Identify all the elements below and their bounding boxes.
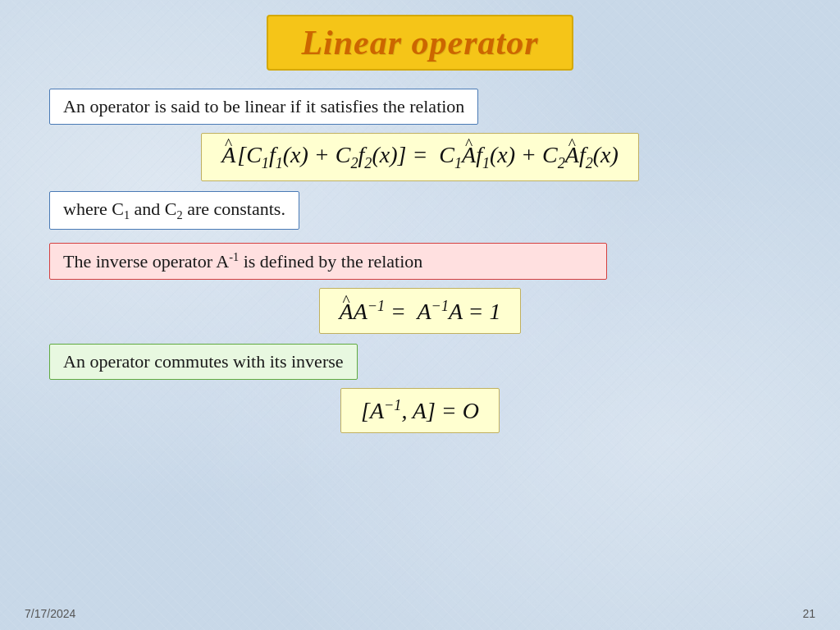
title-box: Linear operator (267, 15, 573, 71)
inverse-definition-box: The inverse operator A-1 is defined by t… (49, 243, 607, 280)
linearity-formula: A[C1f1(x) + C2f2(x)] = C1Af1(x) + C2Af2(… (221, 142, 619, 167)
commutes-text: An operator commutes with its inverse (63, 351, 344, 372)
inverse-definition-text: The inverse operator A-1 is defined by t… (63, 251, 422, 272)
commutes-box: An operator commutes with its inverse (49, 344, 358, 380)
inverse-formula: AA−1 = A−1A = 1 (340, 299, 501, 324)
inverse-formula-box: AA−1 = A−1A = 1 (319, 288, 522, 333)
title-wrapper: Linear operator (33, 15, 807, 71)
constants-box: where C1 and C2 are constants. (49, 191, 299, 230)
constants-text: where C1 and C2 are constants. (63, 199, 285, 219)
section-4-text-row: An operator commutes with its inverse (33, 344, 807, 380)
footer: 7/17/2024 21 (0, 607, 840, 620)
commutator-formula: [A−1, A] = O (361, 398, 479, 423)
footer-page: 21 (802, 607, 815, 620)
formula3-wrapper: [A−1, A] = O (33, 388, 807, 433)
commutator-formula-box: [A−1, A] = O (340, 388, 500, 433)
formula2-wrapper: AA−1 = A−1A = 1 (33, 288, 807, 333)
linearity-formula-box: A[C1f1(x) + C2f2(x)] = C1Af1(x) + C2Af2(… (201, 133, 639, 181)
section-2-text-row: where C1 and C2 are constants. (33, 191, 807, 230)
linear-definition-text: An operator is said to be linear if it s… (63, 96, 464, 116)
slide-title: Linear operator (301, 24, 538, 62)
footer-date: 7/17/2024 (25, 607, 75, 620)
section-1-text-row: An operator is said to be linear if it s… (33, 89, 807, 125)
slide: Linear operator An operator is said to b… (0, 0, 840, 630)
section-3-text-row: The inverse operator A-1 is defined by t… (33, 243, 807, 280)
linear-definition-box: An operator is said to be linear if it s… (49, 89, 478, 125)
formula1-wrapper: A[C1f1(x) + C2f2(x)] = C1Af1(x) + C2Af2(… (33, 133, 807, 181)
